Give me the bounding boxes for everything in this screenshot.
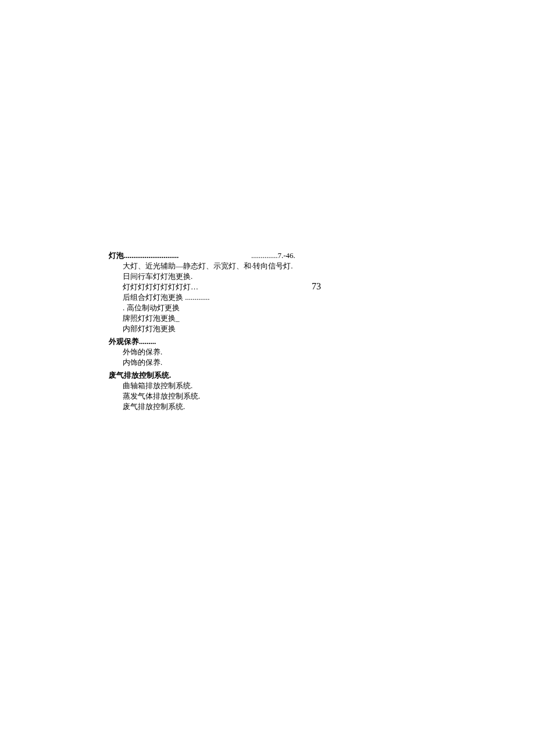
toc-item: 后组合灯灯泡更换 .............: [109, 292, 251, 303]
toc-content: 灯泡............................. 大灯、近光辅助—…: [109, 250, 324, 414]
toc-item: 内饰的保养.: [109, 357, 251, 368]
heading-bulbs: 灯泡.............................: [109, 250, 251, 261]
page-number: 73: [251, 281, 321, 292]
column-right: ..............7.-46. ·转向信号灯. 73: [251, 250, 321, 292]
page-reference: ..............7.-46.: [251, 250, 321, 261]
section-exterior-care: 外观保养......... 外饰的保养. 内饰的保养.: [109, 336, 251, 368]
section-emission-control: 废气排放控制系统. 曲轴箱排放控制系统. 蒸发气体排放控制系统. 废气排放控制系…: [109, 370, 251, 412]
toc-item: 蒸发气体排放控制系统.: [109, 391, 251, 402]
toc-item: 曲轴箱排放控制系统.: [109, 381, 251, 391]
toc-item: 大灯、近光辅助—静态灯、示宽灯、和日间行车灯灯泡更换.: [109, 261, 251, 282]
toc-item: 内部灯灯泡更换: [109, 324, 251, 334]
column-left: 灯泡............................. 大灯、近光辅助—…: [109, 250, 251, 414]
heading-exterior-care: 外观保养.........: [109, 336, 251, 347]
toc-item: 灯灯灯灯灯灯灯灯灯…: [109, 282, 251, 292]
section-bulbs: 灯泡............................. 大灯、近光辅助—…: [109, 250, 251, 334]
toc-item: 废气排放控制系统.: [109, 402, 251, 412]
toc-item-turn-signal: ·转向信号灯.: [251, 261, 321, 271]
heading-emission-control: 废气排放控制系统.: [109, 370, 251, 381]
toc-item: 牌照灯灯泡更换_: [109, 313, 251, 324]
toc-item: 外饰的保养.: [109, 347, 251, 357]
toc-item: . 高位制动灯更换: [109, 303, 251, 313]
